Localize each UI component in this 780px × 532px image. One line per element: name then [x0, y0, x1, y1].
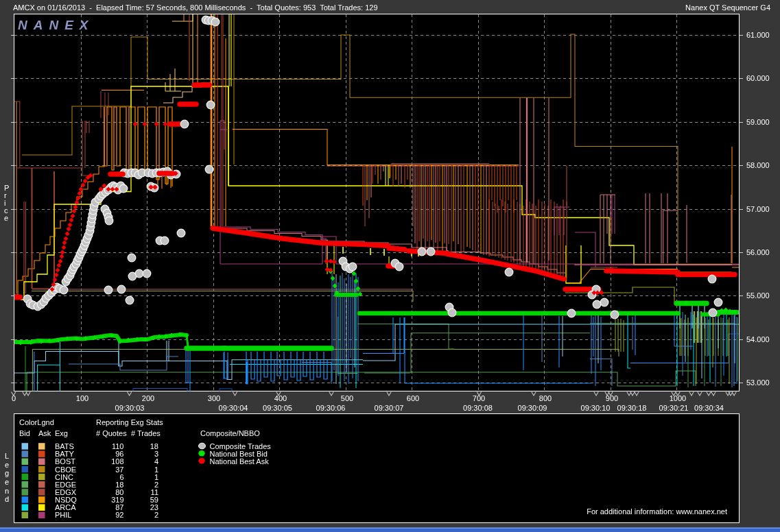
svg-text:23: 23 [150, 503, 158, 511]
svg-text:National Best Ask: National Best Ask [210, 457, 270, 466]
svg-text:92: 92 [115, 511, 123, 519]
svg-text:56.000: 56.000 [746, 248, 770, 256]
svg-text:# Quotes: # Quotes [96, 429, 127, 437]
svg-text:319: 319 [111, 496, 123, 504]
svg-text:PHIL: PHIL [55, 511, 71, 519]
svg-text:NSDQ: NSDQ [55, 496, 77, 504]
svg-text:6: 6 [119, 473, 123, 481]
svg-text:e: e [5, 478, 9, 486]
svg-text:200: 200 [142, 394, 154, 402]
svg-text:Nanex QT Sequencer G4: Nanex QT Sequencer G4 [685, 3, 770, 12]
svg-text:57.000: 57.000 [746, 205, 770, 213]
svg-text:National Best Bid: National Best Bid [210, 450, 268, 458]
svg-text:96: 96 [115, 450, 123, 458]
svg-text:AMCX on 01/16/2013 - Elapsed: AMCX on 01/16/2013 - Elapsed Time: 57 Se… [13, 3, 378, 12]
svg-text:09:30:08: 09:30:08 [463, 404, 493, 412]
svg-text:Exg: Exg [55, 429, 68, 437]
svg-text:3: 3 [154, 450, 158, 458]
svg-text:g: g [5, 469, 9, 477]
svg-text:For additional information: ww: For additional information: www.nanex.ne… [587, 507, 727, 516]
svg-text:09:30:05: 09:30:05 [263, 404, 292, 412]
svg-text:300: 300 [208, 394, 220, 402]
svg-text:09:30:18: 09:30:18 [617, 404, 647, 412]
svg-text:2: 2 [154, 511, 158, 519]
svg-text:55.000: 55.000 [746, 291, 770, 300]
svg-text:09:30:03: 09:30:03 [115, 404, 145, 412]
svg-text:e: e [5, 461, 9, 469]
svg-text:600: 600 [407, 394, 419, 402]
svg-text:4: 4 [154, 457, 158, 466]
svg-text:Ask: Ask [38, 429, 51, 437]
svg-text:ColorLgnd: ColorLgnd [19, 418, 54, 426]
svg-text:CINC: CINC [55, 473, 73, 481]
svg-text:87: 87 [115, 503, 123, 511]
svg-text:09:30:07: 09:30:07 [375, 404, 404, 412]
svg-text:09:30:21: 09:30:21 [659, 404, 689, 412]
svg-text:58.000: 58.000 [746, 161, 770, 169]
svg-text:108: 108 [111, 457, 123, 466]
svg-text:NANEX: NANEX [18, 18, 95, 32]
svg-text:L: L [5, 452, 9, 460]
svg-text:59: 59 [150, 496, 158, 504]
svg-text:e: e [4, 214, 8, 222]
svg-text:53.000: 53.000 [746, 378, 770, 387]
svg-text:BOST: BOST [55, 457, 75, 466]
svg-text:BATY: BATY [55, 450, 75, 458]
svg-text:61.000: 61.000 [746, 31, 770, 39]
svg-text:54.000: 54.000 [746, 335, 770, 343]
svg-text:09:30:10: 09:30:10 [581, 404, 611, 412]
svg-text:Bid: Bid [19, 429, 30, 437]
svg-text:09:30:34: 09:30:34 [694, 404, 724, 412]
svg-text:09:30:04: 09:30:04 [219, 404, 248, 412]
svg-text:09:30:06: 09:30:06 [316, 404, 346, 412]
svg-text:# Trades: # Trades [131, 429, 161, 437]
svg-text:ARCA: ARCA [55, 503, 76, 511]
svg-text:n: n [5, 487, 9, 495]
svg-text:09:30:09: 09:30:09 [518, 404, 547, 412]
svg-text:Composite/NBBO: Composite/NBBO [200, 429, 260, 437]
svg-text:1: 1 [154, 473, 158, 481]
svg-text:59.000: 59.000 [746, 118, 770, 126]
svg-text:100: 100 [76, 394, 88, 402]
svg-text:60.000: 60.000 [746, 74, 770, 82]
svg-text:800: 800 [539, 394, 552, 402]
svg-text:500: 500 [341, 394, 353, 402]
svg-text:Reporting Exg Stats: Reporting Exg Stats [96, 418, 163, 426]
svg-text:d: d [5, 495, 9, 503]
svg-text:400: 400 [274, 394, 287, 402]
